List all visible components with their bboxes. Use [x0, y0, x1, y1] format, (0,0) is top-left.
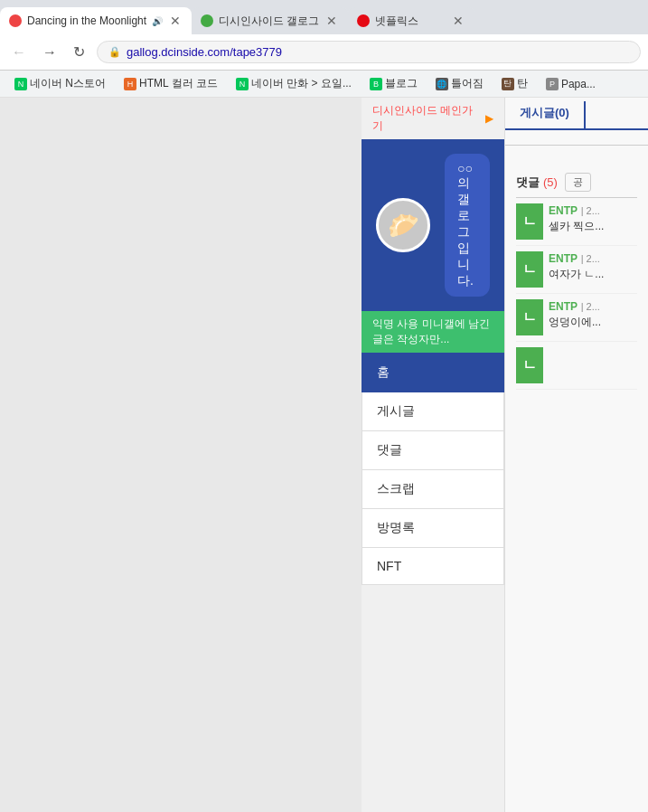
- tab-favicon-2: [201, 14, 213, 27]
- comment-meta-2: | 2...: [581, 253, 600, 264]
- lock-icon: 🔒: [108, 46, 121, 58]
- tab-label-2: 디시인사이드 갤로그: [219, 14, 319, 29]
- tab-netflix[interactable]: 넷플릭스 ✕: [348, 7, 474, 34]
- comment-thumb-2: ㄴ: [516, 251, 543, 288]
- content-panel: 게시글(0) 댓글 (5) 공 ㄴ ENTP | 2...: [504, 98, 648, 812]
- nav-item-comments[interactable]: 댓글: [362, 431, 504, 470]
- address-input[interactable]: [127, 45, 629, 59]
- address-input-wrap[interactable]: 🔒: [97, 41, 641, 63]
- bookmark-tan[interactable]: 탄 탄: [494, 74, 535, 93]
- comment-text-1: 셀카 찍으...: [549, 219, 637, 234]
- comment-content-4: [549, 347, 637, 383]
- page-content: 디시인사이드 메인가기 ▶ 🥟 ○○의 갤로그입니다. 익명 사용 미니갤에 남…: [0, 98, 648, 812]
- bookmark-favicon-1: N: [14, 78, 27, 90]
- comment-content-3: ENTP | 2... 엉덩이에...: [549, 299, 637, 335]
- comment-thumb-4: ㄴ: [516, 347, 543, 383]
- tab-dcinside[interactable]: 디시인사이드 갤로그 ✕: [192, 7, 348, 34]
- gallog-nav: 홈 게시글 댓글 스크랩 방명록 NFT: [362, 353, 504, 585]
- gallog-nav-link[interactable]: 디시인사이드 메인가기 ▶: [362, 98, 504, 139]
- comment-item-3: ㄴ ENTP | 2... 엉덩이에...: [516, 294, 637, 342]
- tab-dancing[interactable]: Dancing in the Moonlight 🔊 ✕: [0, 7, 192, 34]
- comment-item-1: ㄴ ENTP | 2... 셀카 찍으...: [516, 198, 637, 246]
- tab-audio-icon: 🔊: [152, 16, 163, 26]
- comment-thumb-1: ㄴ: [516, 203, 543, 240]
- comment-meta-1: | 2...: [581, 205, 600, 216]
- bookmark-favicon-6: 탄: [502, 78, 514, 90]
- speech-bubble: ○○의 갤로그입니다.: [445, 154, 490, 297]
- tab-label-1: Dancing in the Moonlight: [27, 14, 146, 27]
- nav-label-comments: 댓글: [377, 442, 402, 457]
- gallog-header: 디시인사이드 메인가기 ▶ 🥟 ○○의 갤로그입니다. 익명 사용 미니갤에 남…: [362, 98, 504, 353]
- comment-meta-3: | 2...: [581, 301, 600, 312]
- tab-bar: Dancing in the Moonlight 🔊 ✕ 디시인사이드 갤로그 …: [0, 0, 648, 34]
- tab-posts-label: 게시글(0): [520, 106, 569, 119]
- comment-content-2: ENTP | 2... 여자가 ㄴ...: [549, 251, 637, 288]
- bookmark-naver-store[interactable]: N 네이버 N스토어: [7, 74, 113, 93]
- gallog-notice: 익명 사용 미니갤에 남긴 글은 작성자만...: [362, 311, 504, 353]
- thumb-letter-2: ㄴ: [522, 260, 537, 279]
- nav-label-nft: NFT: [377, 559, 401, 573]
- browser-chrome: Dancing in the Moonlight 🔊 ✕ 디시인사이드 갤로그 …: [0, 0, 648, 98]
- bookmark-favicon-4: B: [370, 78, 382, 90]
- notice-text: 익명 사용 미니갤에 남긴 글은 작성자만...: [372, 317, 490, 345]
- nav-label-posts: 게시글: [377, 403, 415, 418]
- thumb-letter-3: ㄴ: [522, 308, 537, 327]
- comments-title: 댓글: [516, 175, 540, 191]
- comment-item-4: ㄴ: [516, 342, 637, 390]
- back-button[interactable]: ←: [7, 42, 31, 62]
- address-bar: ← → ↻ 🔒: [0, 34, 648, 71]
- comments-count: (5): [543, 175, 558, 189]
- comment-content-1: ENTP | 2... 셀카 찍으...: [549, 203, 637, 240]
- nav-item-guestbook[interactable]: 방명록: [362, 509, 504, 548]
- right-panel: 디시인사이드 메인가기 ▶ 🥟 ○○의 갤로그입니다. 익명 사용 미니갤에 남…: [362, 98, 504, 812]
- comment-text-2: 여자가 ㄴ...: [549, 267, 637, 282]
- comment-type-2: ENTP: [549, 252, 578, 265]
- bookmark-tleojim[interactable]: 🌐 틀어짐: [428, 74, 491, 93]
- bookmark-papa[interactable]: P Papa...: [539, 76, 603, 92]
- tab-close-3[interactable]: ✕: [451, 14, 465, 28]
- bookmark-favicon-7: P: [546, 78, 559, 90]
- nav-item-scraps[interactable]: 스크랩: [362, 470, 504, 509]
- comment-type-3: ENTP: [549, 300, 578, 313]
- bookmark-label-4: 블로그: [385, 76, 418, 91]
- nav-item-posts[interactable]: 게시글: [362, 392, 504, 431]
- bookmark-naver-comic[interactable]: N 네이버 만화 > 요일...: [229, 74, 359, 93]
- bookmark-label-5: 틀어짐: [451, 76, 484, 91]
- bookmark-label-2: HTML 컬러 코드: [139, 76, 218, 91]
- thumb-letter-4: ㄴ: [522, 356, 537, 375]
- tab-label-3: 넷플릭스: [375, 14, 446, 29]
- nav-label-scraps: 스크랩: [377, 481, 415, 496]
- section-divider-1: [505, 145, 648, 146]
- comments-public-btn[interactable]: 공: [565, 173, 591, 192]
- speech-text: ○○의 갤로그입니다.: [457, 161, 474, 288]
- tab-favicon-3: [357, 14, 370, 27]
- bookmark-html-color[interactable]: H HTML 컬러 코드: [117, 74, 225, 93]
- nav-link-text: 디시인사이드 메인가기: [372, 103, 482, 134]
- nav-label-home: 홈: [377, 364, 390, 379]
- tab-favicon-1: [9, 14, 22, 27]
- bookmark-label-1: 네이버 N스토어: [30, 76, 106, 91]
- comment-type-1: ENTP: [549, 204, 578, 217]
- avatar: 🥟: [376, 198, 430, 252]
- tab-posts[interactable]: 게시글(0): [505, 98, 584, 130]
- bookmark-label-6: 탄: [517, 76, 528, 91]
- tab-close-2[interactable]: ✕: [324, 14, 339, 28]
- tab-close-1[interactable]: ✕: [168, 14, 183, 28]
- tab-divider: [584, 101, 586, 128]
- bookmarks-bar: N 네이버 N스토어 H HTML 컬러 코드 N 네이버 만화 > 요일...…: [0, 71, 648, 98]
- nav-arrow-icon: ▶: [485, 112, 493, 125]
- avatar-emoji: 🥟: [388, 211, 419, 241]
- left-area: [0, 98, 362, 812]
- comments-section: 댓글 (5) 공 ㄴ ENTP | 2... 셀카 찍으...: [505, 160, 648, 397]
- bookmark-favicon-5: 🌐: [436, 78, 448, 90]
- thumb-letter-1: ㄴ: [522, 212, 537, 231]
- bookmark-favicon-2: H: [124, 78, 136, 90]
- comment-thumb-3: ㄴ: [516, 299, 543, 335]
- forward-button[interactable]: →: [38, 42, 61, 62]
- reload-button[interactable]: ↻: [69, 42, 89, 62]
- bookmark-blog[interactable]: B 블로그: [362, 74, 425, 93]
- nav-item-nft[interactable]: NFT: [362, 548, 504, 585]
- comment-text-3: 엉덩이에...: [549, 315, 637, 330]
- bookmark-label-7: Papa...: [561, 78, 596, 90]
- nav-item-home[interactable]: 홈: [362, 353, 504, 392]
